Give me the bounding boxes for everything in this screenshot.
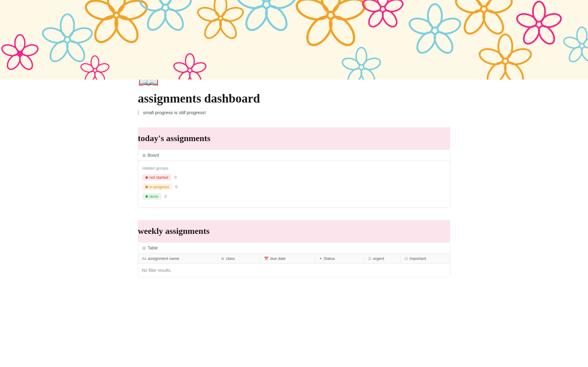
quote-text: small progress is	[143, 110, 179, 115]
svg-point-25	[80, 62, 95, 73]
no-results-text: No filter results.	[138, 264, 450, 277]
count-done: 0	[164, 194, 167, 199]
dot-in-progress	[145, 186, 148, 188]
board-area: Hidden groups not started 0 in progress …	[138, 161, 450, 208]
col-icon-duedate: 📅	[264, 257, 269, 261]
badge-done: done	[142, 193, 161, 200]
col-icon-name: Aa	[142, 257, 146, 261]
col-important: ☑ important	[401, 254, 450, 263]
svg-point-42	[383, 0, 404, 14]
quote-block: small progress is still progress!	[138, 110, 450, 115]
col-class: ⊕ class	[217, 254, 260, 263]
col-label-name: assignment name	[148, 256, 179, 261]
count-not-started: 0	[174, 175, 176, 180]
page-title: assignments dashboard	[138, 91, 450, 106]
col-label-class: class	[226, 256, 235, 261]
col-assignment-name: Aa assignment name	[138, 254, 217, 263]
group-done[interactable]: done 0	[142, 193, 446, 200]
svg-point-17	[166, 0, 193, 13]
flowers-decoration	[0, 0, 588, 80]
col-due-date: 📅 due date	[260, 254, 315, 263]
label-done: done	[149, 194, 158, 199]
col-status: ✦ Status	[315, 254, 364, 263]
table-label: Table	[148, 245, 158, 250]
dot-done	[145, 195, 148, 198]
quote-italic: still	[179, 110, 186, 115]
hidden-groups-label: Hidden groups	[142, 166, 446, 170]
col-label-important: important	[409, 256, 426, 261]
svg-point-31	[258, 0, 274, 2]
svg-point-1	[21, 43, 39, 58]
col-label-status: Status	[324, 256, 335, 261]
svg-point-57	[540, 12, 563, 29]
board-header: ⊞ Board	[138, 150, 450, 161]
board-icon: ⊞	[142, 153, 146, 158]
col-label-urgent: urgent	[373, 256, 384, 261]
svg-point-72	[190, 61, 207, 74]
main-content: 📖 assignments dashboard small progress i…	[110, 70, 478, 308]
svg-point-80	[341, 56, 361, 72]
svg-point-37	[331, 0, 367, 23]
banner-header	[0, 0, 588, 80]
table-icon: ⊟	[142, 246, 146, 250]
svg-point-40	[294, 0, 330, 23]
svg-point-35	[235, 0, 266, 11]
today-heading: today's assignments	[138, 130, 450, 146]
weekly-section: weekly assignments ⊟ Table Aa assignment…	[138, 220, 450, 277]
col-icon-urgent: ☑	[368, 257, 371, 261]
col-label-duedate: due date	[270, 256, 286, 261]
svg-point-75	[173, 61, 190, 74]
weekly-heading: weekly assignments	[138, 223, 450, 239]
group-not-started[interactable]: not started 0	[142, 174, 446, 181]
label-in-progress: in progress	[149, 185, 169, 189]
weekly-table-block: ⊟ Table Aa assignment name ⊕ class 📅 due	[138, 242, 450, 277]
today-board-block: ⊞ Board Hidden groups not started 0 in p…	[138, 149, 450, 208]
svg-point-60	[515, 12, 538, 29]
svg-point-77	[362, 56, 382, 72]
svg-point-5	[17, 51, 23, 56]
svg-point-55	[454, 0, 484, 16]
col-urgent: ☑ urgent	[364, 254, 401, 263]
col-icon-class: ⊕	[221, 257, 224, 261]
today-section: today's assignments ⊞ Board Hidden group…	[138, 127, 450, 208]
svg-point-52	[484, 0, 514, 16]
col-icon-status: ✦	[319, 257, 322, 261]
table-area: Aa assignment name ⊕ class 📅 due date ✦ …	[138, 254, 450, 277]
table-header: ⊟ Table	[138, 242, 450, 254]
svg-point-22	[95, 62, 110, 73]
svg-point-26	[214, 0, 227, 16]
quote-end: progress!	[185, 110, 206, 115]
svg-point-65	[563, 36, 581, 50]
board-label: Board	[148, 153, 159, 158]
col-icon-important: ☑	[405, 257, 408, 261]
count-in-progress: 0	[175, 185, 177, 189]
badge-in-progress: in progress	[142, 184, 172, 190]
weekly-heading-row: weekly assignments	[138, 220, 450, 242]
today-heading-row: today's assignments	[138, 127, 450, 149]
group-in-progress[interactable]: in progress 0	[142, 184, 446, 190]
table-columns-row: Aa assignment name ⊕ class 📅 due date ✦ …	[138, 254, 450, 264]
dot-not-started	[145, 176, 148, 179]
label-not-started: not started	[149, 175, 168, 180]
badge-not-started: not started	[142, 174, 171, 181]
svg-point-4	[1, 43, 19, 58]
